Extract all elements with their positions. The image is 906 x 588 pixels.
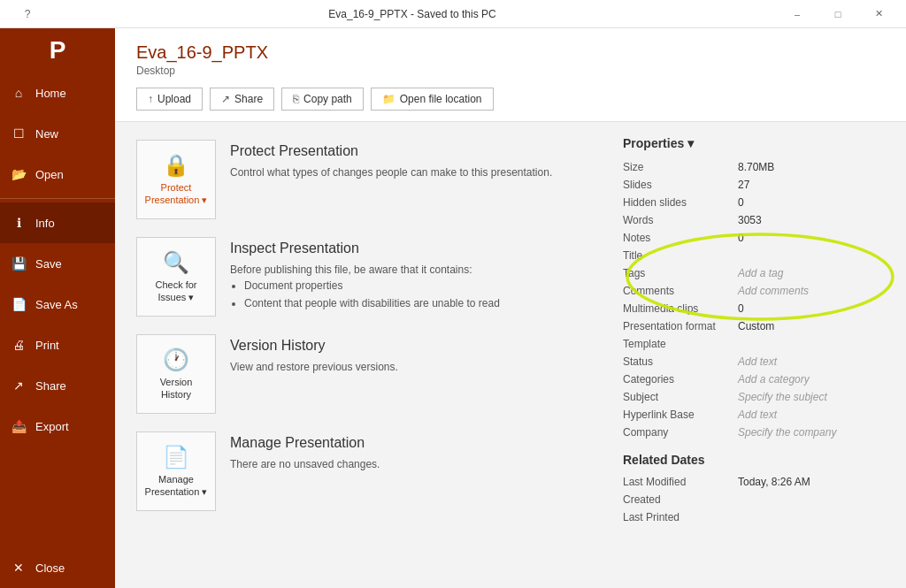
- prop-categories[interactable]: Categories Add a category: [623, 373, 888, 386]
- version-icon-box[interactable]: 🕐 VersionHistory: [136, 334, 216, 414]
- prop-label-categories: Categories: [623, 373, 738, 386]
- export-icon: 📤: [11, 419, 27, 433]
- sidebar-item-export[interactable]: 📤 Export: [0, 406, 115, 447]
- sidebar-item-save-as[interactable]: 📄 Save As: [0, 284, 115, 325]
- prop-subject[interactable]: Subject Specify the subject: [623, 391, 888, 403]
- sidebar-item-info[interactable]: ℹ Info: [0, 202, 115, 243]
- inspect-section: 🔍 Check forIssues ▾ Inspect Presentation…: [136, 237, 584, 317]
- prop-company[interactable]: Company Specify the company: [623, 426, 888, 439]
- sidebar-label-info: Info: [35, 217, 55, 230]
- right-panel: Properties ▾ Size 8.70MB Slides 27 Hidde…: [605, 122, 906, 543]
- manage-section: 📄 ManagePresentation ▾ Manage Presentati…: [136, 431, 584, 511]
- prop-value-status: Add text: [738, 355, 888, 368]
- sidebar-item-share[interactable]: ↗ Share: [0, 365, 115, 406]
- prop-label-subject: Subject: [623, 391, 738, 403]
- prop-size: Size 8.70MB: [623, 161, 888, 173]
- prop-created: Created: [623, 493, 888, 506]
- prop-value-subject: Specify the subject: [738, 391, 888, 403]
- protect-icon-box[interactable]: 🔒 ProtectPresentation ▾: [136, 140, 216, 219]
- inspect-icon-label: Check forIssues ▾: [155, 279, 196, 304]
- protect-section: 🔒 ProtectPresentation ▾ Protect Presenta…: [136, 140, 584, 219]
- prop-value-hidden-slides: 0: [738, 196, 888, 209]
- sidebar-label-open: Open: [35, 168, 64, 181]
- prop-hyperlink[interactable]: Hyperlink Base Add text: [623, 409, 888, 421]
- share-icon: ↗: [11, 378, 27, 393]
- version-section: 🕐 VersionHistory Version History View an…: [136, 334, 584, 414]
- prop-multimedia: Multimedia clips 0: [623, 302, 888, 315]
- prop-words: Words 3053: [623, 214, 888, 226]
- sidebar-item-home[interactable]: ⌂ Home: [0, 73, 115, 113]
- sidebar-item-close[interactable]: ✕ Close: [0, 547, 115, 588]
- prop-label-comments: Comments: [623, 285, 738, 297]
- maximize-button[interactable]: □: [818, 0, 858, 28]
- manage-icon-label: ManagePresentation ▾: [145, 473, 208, 499]
- history-icon: 🕐: [163, 347, 189, 372]
- prop-label-status: Status: [623, 355, 738, 368]
- prop-value-comments: Add comments: [738, 285, 888, 297]
- close-button[interactable]: ✕: [858, 0, 899, 28]
- file-location: Desktop: [136, 65, 885, 77]
- prop-label-multimedia: Multimedia clips: [623, 302, 738, 315]
- inspect-icon-box[interactable]: 🔍 Check forIssues ▾: [136, 237, 216, 317]
- open-location-button[interactable]: 📁 Open file location: [371, 88, 494, 111]
- copy-path-button[interactable]: ⎘ Copy path: [281, 88, 364, 111]
- prop-label-format: Presentation format: [623, 320, 738, 332]
- new-icon: ☐: [11, 126, 27, 141]
- sidebar-label-close: Close: [35, 561, 65, 575]
- help-button[interactable]: ?: [7, 0, 48, 28]
- title-bar: ? Eva_16-9_PPTX - Saved to this PC – □ ✕: [0, 0, 906, 28]
- copy-icon: ⎘: [293, 93, 299, 105]
- manage-title: Manage Presentation: [230, 435, 584, 451]
- prop-label-size: Size: [623, 161, 738, 173]
- sidebar-divider: [0, 198, 115, 199]
- version-text: Version History View and restore previou…: [230, 334, 584, 414]
- sidebar-item-print[interactable]: 🖨 Print: [0, 325, 115, 365]
- sidebar-item-open[interactable]: 📂 Open: [0, 154, 115, 195]
- prop-value-hyperlink: Add text: [738, 409, 888, 421]
- copy-path-label: Copy path: [303, 93, 352, 105]
- sidebar-label-share: Share: [35, 379, 66, 393]
- prop-value-format: Custom: [738, 320, 888, 332]
- share-label: Share: [234, 93, 263, 105]
- prop-value-multimedia: 0: [738, 302, 888, 315]
- sidebar-label-new: New: [35, 127, 58, 141]
- prop-label-last-modified: Last Modified: [623, 476, 738, 488]
- sidebar-item-save[interactable]: 💾 Save: [0, 243, 115, 284]
- prop-tags[interactable]: Tags Add a tag: [623, 267, 888, 279]
- info-icon: ℹ: [11, 216, 27, 230]
- prop-value-categories: Add a category: [738, 373, 888, 386]
- folder-icon: 📁: [382, 93, 395, 105]
- prop-template: Template: [623, 338, 888, 350]
- inspect-bullet-1: Document properties: [244, 278, 584, 294]
- lock-icon: 🔒: [163, 153, 189, 178]
- file-header: Eva_16-9_PPTX Desktop ↑ Upload ↗ Share ⎘…: [115, 28, 906, 122]
- prop-comments[interactable]: Comments Add comments: [623, 285, 888, 297]
- prop-value-notes: 0: [738, 232, 888, 244]
- open-location-label: Open file location: [400, 93, 482, 105]
- info-area: 🔒 ProtectPresentation ▾ Protect Presenta…: [115, 122, 906, 588]
- prop-notes: Notes 0: [623, 232, 888, 244]
- title-bar-controls: – □ ✕: [777, 0, 899, 28]
- inspect-desc: Before publishing this file, be aware th…: [230, 262, 584, 311]
- prop-label-tags: Tags: [623, 267, 738, 279]
- prop-status[interactable]: Status Add text: [623, 355, 888, 368]
- version-icon-label: VersionHistory: [160, 376, 193, 401]
- prop-hidden-slides: Hidden slides 0: [623, 196, 888, 209]
- share-button[interactable]: ↗ Share: [210, 88, 274, 111]
- upload-icon: ↑: [148, 93, 153, 105]
- manage-icon: 📄: [163, 445, 189, 470]
- protect-desc: Control what types of changes people can…: [230, 164, 584, 180]
- version-title: Version History: [230, 338, 584, 354]
- close-nav-icon: ✕: [11, 561, 27, 575]
- sidebar-label-export: Export: [35, 420, 69, 433]
- sidebar-item-new[interactable]: ☐ New: [0, 113, 115, 154]
- prop-label-created: Created: [623, 493, 738, 506]
- prop-label-hidden-slides: Hidden slides: [623, 196, 738, 209]
- prop-label-notes: Notes: [623, 232, 738, 244]
- prop-label-template: Template: [623, 338, 738, 350]
- prop-value-slides: 27: [738, 179, 888, 191]
- prop-label-slides: Slides: [623, 179, 738, 191]
- manage-icon-box[interactable]: 📄 ManagePresentation ▾: [136, 431, 216, 511]
- minimize-button[interactable]: –: [777, 0, 818, 28]
- upload-button[interactable]: ↑ Upload: [136, 88, 203, 111]
